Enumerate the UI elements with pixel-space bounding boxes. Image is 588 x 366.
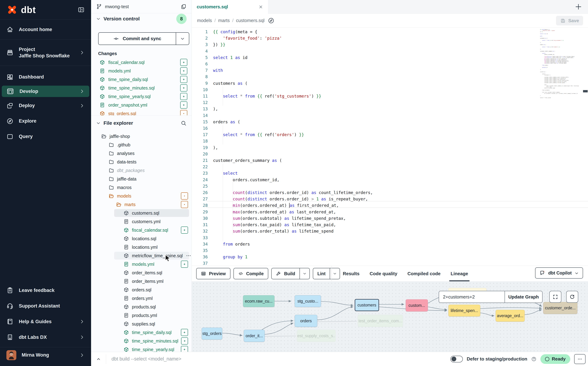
tree-item-order-items-sql[interactable]: order_items.sql: [91, 268, 192, 277]
tree-item-models-yml[interactable]: models.yml: [91, 260, 192, 268]
tree-item-orders-sql[interactable]: orders.sql: [91, 286, 192, 294]
stage-file-button[interactable]: [180, 93, 187, 100]
sidebar-item-support-assistant[interactable]: Support Assistant: [0, 298, 91, 314]
more-options-button[interactable]: [574, 354, 586, 364]
lineage-node-order-it[interactable]: order_it...: [244, 330, 265, 342]
tree-item-metricflow-time-spine-sql[interactable]: metricflow_time_spine.sql: [91, 252, 192, 260]
new-tab-button[interactable]: [573, 1, 584, 12]
lineage-node-average-ord[interactable]: average_ord...: [496, 310, 525, 322]
tree-item-macros[interactable]: macros: [91, 183, 192, 192]
close-tab-icon[interactable]: [258, 4, 263, 9]
change-item-models-yml[interactable]: models.yml: [91, 67, 192, 75]
change-item-time-spine-yearly-sql[interactable]: time_spine_yearly.sql: [91, 92, 192, 101]
stage-file-button[interactable]: [180, 59, 187, 66]
tree-item-jaffle-shop[interactable]: jaffle-shop: [91, 132, 192, 141]
tree-item-products-sql[interactable]: products.sql: [91, 303, 192, 311]
commit-and-sync-button[interactable]: Commit and sync: [98, 32, 189, 45]
tree-item-supplies-sql[interactable]: supplies.sql: [91, 320, 192, 328]
dbt-command-input[interactable]: dbt build --select <model_name>: [106, 356, 450, 362]
lineage-node-stg-orders[interactable]: stg_orders: [202, 328, 222, 340]
tree-item-time-spine-yearly-sql[interactable]: time_spine_yearly.sql: [91, 345, 192, 352]
update-graph-button[interactable]: Update Graph: [505, 291, 542, 303]
code-editor[interactable]: 1234567891011121314151617181920212223242…: [192, 28, 588, 266]
tree-item-marts[interactable]: marts: [91, 200, 192, 209]
build-dropdown[interactable]: [299, 268, 309, 279]
tab-compiled-code[interactable]: Compiled code: [408, 266, 440, 282]
sidebar-item-dashboard[interactable]: Dashboard: [0, 69, 91, 85]
minimap[interactable]: {{ config(meta = { 'favorite_food': 'piz…: [540, 29, 579, 98]
sidebar-item-query[interactable]: Query: [0, 129, 91, 144]
build-button[interactable]: Build: [271, 268, 310, 279]
dbt-copilot-button[interactable]: dbt Copilot: [535, 267, 583, 279]
sidebar-item-leave-feedback[interactable]: Leave feedback: [0, 282, 91, 298]
tab-code-quality[interactable]: Code quality: [370, 266, 397, 282]
code-content[interactable]: {{ config(meta = { 'favorite_food': 'piz…: [213, 29, 538, 266]
tree-item-products-yml[interactable]: products.yml: [91, 311, 192, 320]
help-icon[interactable]: [531, 356, 536, 362]
tree-item-github[interactable]: .github: [91, 141, 192, 149]
stage-file-button[interactable]: [180, 84, 187, 92]
sidebar-item-mirna-wong[interactable]: Mirna Wong: [0, 347, 91, 363]
lint-dropdown[interactable]: [330, 268, 340, 279]
copy-branch-button[interactable]: [180, 4, 186, 10]
lineage-canvas[interactable]: count_lifetim... ecom.raw_cu...stg_custo…: [192, 282, 588, 352]
stage-file-button[interactable]: [180, 67, 187, 75]
sidebar-item-account-home[interactable]: Account home: [0, 20, 91, 40]
breadcrumb-models[interactable]: models: [197, 18, 212, 23]
tree-item-fiscal-calendar-sql[interactable]: fiscal_calendar.sql: [91, 226, 192, 234]
sidebar-item-deploy[interactable]: Deploy: [0, 98, 91, 113]
breadcrumb-marts[interactable]: marts: [218, 18, 230, 23]
stage-file-button[interactable]: [180, 101, 187, 108]
change-item-order-snapshot-yml[interactable]: order_snapshot.yml: [91, 101, 192, 109]
tree-item-locations-sql[interactable]: locations.sql: [91, 234, 192, 243]
lineage-node-stg-custo[interactable]: stg_custo...: [295, 295, 321, 307]
compass-icon[interactable]: [268, 17, 275, 24]
sidebar-item-explore[interactable]: Explore: [0, 113, 91, 129]
lineage-node-test-order-items-com[interactable]: test_order_items_com...: [358, 315, 403, 327]
change-item-time-spine-daily-sql[interactable]: time_spine_daily.sql: [91, 75, 192, 84]
collapse-file-explorer[interactable]: [96, 121, 101, 125]
sidebar-item-dbt-labs-dx[interactable]: dbt Labs DX: [0, 329, 91, 345]
expand-command-bar-icon[interactable]: [91, 356, 106, 362]
tree-item-orders-yml[interactable]: orders.yml: [91, 294, 192, 303]
collapse-version-control[interactable]: [96, 16, 101, 21]
lineage-node-custom[interactable]: custom...: [406, 299, 428, 312]
tree-item-jaffle-data[interactable]: jaffle-data: [91, 175, 192, 183]
stage-file-button[interactable]: [181, 227, 188, 234]
tree-item-dbt-packages[interactable]: dbt_packages: [91, 166, 192, 175]
collapse-sidebar-icon[interactable]: [78, 6, 85, 13]
tree-item-customers-yml[interactable]: customers.yml: [91, 217, 192, 226]
fullscreen-button[interactable]: [549, 291, 561, 303]
defer-toggle[interactable]: [450, 356, 463, 362]
change-item-time-spine-minutes-sql[interactable]: time_spine_minutes.sql: [91, 84, 192, 92]
stage-file-button[interactable]: [181, 337, 188, 344]
sidebar-item-develop[interactable]: Develop: [2, 86, 89, 97]
tab-results[interactable]: Results: [343, 266, 359, 282]
lineage-search-input[interactable]: 2+customers+2: [439, 291, 505, 303]
changed-dot-button[interactable]: [181, 192, 188, 199]
status-badge[interactable]: Ready: [540, 354, 570, 364]
tree-item-order-items-yml[interactable]: order_items.yml: [91, 277, 192, 286]
change-item-stg-orders-sql[interactable]: stg_orders.sql: [91, 109, 192, 115]
scrollbar-mark[interactable]: [583, 90, 588, 92]
sidebar-item-project[interactable]: ProjectJaffle Shop Snowflake: [0, 40, 91, 66]
changed-dot-button[interactable]: [181, 201, 188, 208]
stage-file-button[interactable]: [181, 346, 188, 352]
stage-file-button[interactable]: [181, 329, 188, 336]
lint-button[interactable]: Lint: [313, 268, 340, 279]
lineage-node-lifetime-spen[interactable]: lifetime_spen...: [448, 305, 480, 316]
lineage-node-test-supply-costs-s[interactable]: test_supply_costs_s...: [297, 330, 335, 342]
compile-button[interactable]: Compile: [233, 268, 268, 279]
save-button[interactable]: Save: [556, 16, 583, 25]
tab-customers-sql[interactable]: customers.sql: [192, 0, 268, 14]
commit-options-dropdown[interactable]: [176, 33, 189, 45]
tree-item-locations-yml[interactable]: locations.yml: [91, 243, 192, 252]
tree-item-data-tests[interactable]: data-tests: [91, 158, 192, 166]
lineage-node-customer-orde[interactable]: customer_orde...: [543, 302, 577, 314]
lineage-node-ecom-raw-cu[interactable]: ecom.raw_cu...: [243, 295, 275, 307]
staged-dot-button[interactable]: [180, 110, 187, 115]
stage-file-button[interactable]: [181, 261, 188, 268]
file-options-button[interactable]: [186, 253, 192, 259]
refresh-graph-button[interactable]: [566, 291, 578, 303]
tree-item-analyses[interactable]: analyses: [91, 149, 192, 158]
